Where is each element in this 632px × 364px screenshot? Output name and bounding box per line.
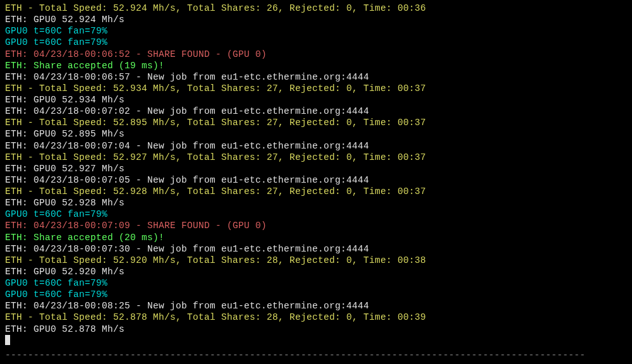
newjob-line: ETH: 04/23/18-00:08:25 - New job from eu… [5,300,627,312]
gpu-temp-line: GPU0 t=60C fan=79% [5,277,627,289]
stats-line: ETH - Total Speed: 52.924 Mh/s, Total Sh… [5,3,627,14]
stats-line: ETH - Total Speed: 52.927 Mh/s, Total Sh… [5,152,627,163]
stats-line: ETH - Total Speed: 52.934 Mh/s, Total Sh… [5,83,627,94]
share-found-line: ETH: 04/23/18-00:07:09 - SHARE FOUND - (… [5,220,627,231]
share-found-line: ETH: 04/23/18-00:06:52 - SHARE FOUND - (… [5,49,627,60]
gpu-speed-line: ETH: GPU0 52.927 Mh/s [5,163,627,174]
newjob-line: ETH: 04/23/18-00:07:30 - New job from eu… [5,243,627,255]
gpu-temp-line: GPU0 t=60C fan=79% [5,25,627,37]
gpu-temp-line: GPU0 t=60C fan=79% [5,209,627,220]
terminal-output: ETH - Total Speed: 52.924 Mh/s, Total Sh… [5,3,627,361]
gpu-speed-line: ETH: GPU0 52.934 Mh/s [5,94,627,106]
gpu-speed-line: ETH: GPU0 52.928 Mh/s [5,197,627,209]
gpu-speed-line: ETH: GPU0 52.924 Mh/s [5,14,627,25]
stats-line: ETH - Total Speed: 52.878 Mh/s, Total Sh… [5,312,627,323]
newjob-line: ETH: 04/23/18-00:07:05 - New job from eu… [5,174,627,186]
gpu-speed-line: ETH: GPU0 52.878 Mh/s [5,324,627,335]
separator-line: ----------------------------------------… [5,349,627,361]
newjob-line: ETH: 04/23/18-00:06:57 - New job from eu… [5,71,627,83]
stats-line: ETH - Total Speed: 52.928 Mh/s, Total Sh… [5,186,627,197]
newjob-line: ETH: 04/23/18-00:07:04 - New job from eu… [5,140,627,152]
terminal-cursor [5,335,10,345]
stats-line: ETH - Total Speed: 52.920 Mh/s, Total Sh… [5,255,627,266]
gpu-speed-line: ETH: GPU0 52.895 Mh/s [5,128,627,140]
gpu-speed-line: ETH: GPU0 52.920 Mh/s [5,266,627,277]
gpu-temp-line: GPU0 t=60C fan=79% [5,289,627,300]
gpu-temp-line: GPU0 t=60C fan=79% [5,37,627,48]
share-accepted-line: ETH: Share accepted (19 ms)! [5,60,627,71]
newjob-line: ETH: 04/23/18-00:07:02 - New job from eu… [5,106,627,117]
share-accepted-line: ETH: Share accepted (20 ms)! [5,232,627,243]
stats-line: ETH - Total Speed: 52.895 Mh/s, Total Sh… [5,117,627,128]
